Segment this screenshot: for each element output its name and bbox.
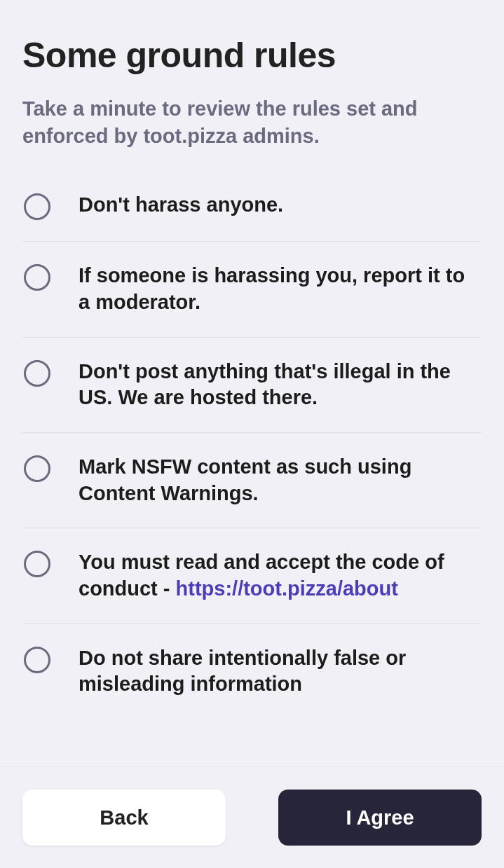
circle-icon xyxy=(24,647,50,673)
circle-icon xyxy=(24,264,50,291)
rule-item[interactable]: You must read and accept the code of con… xyxy=(22,528,482,624)
circle-icon xyxy=(24,193,50,220)
rule-text: If someone is harassing you, report it t… xyxy=(79,263,482,315)
rule-text: Mark NSFW content as such using Content … xyxy=(79,454,482,507)
circle-icon xyxy=(24,455,50,482)
page-subtitle: Take a minute to review the rules set an… xyxy=(22,95,482,150)
agree-button[interactable]: I Agree xyxy=(278,790,482,846)
code-of-conduct-link[interactable]: https://toot.pizza/about xyxy=(176,577,398,600)
page-title: Some ground rules xyxy=(22,35,482,76)
footer-bar: Back I Agree xyxy=(0,766,504,868)
back-button[interactable]: Back xyxy=(22,790,226,846)
rule-text: You must read and accept the code of con… xyxy=(79,549,482,602)
main-content: Some ground rules Take a minute to revie… xyxy=(0,0,504,719)
circle-icon xyxy=(24,551,50,577)
rule-text: Do not share intentionally false or misl… xyxy=(79,645,482,698)
rule-text: Don't post anything that's illegal in th… xyxy=(79,359,482,411)
rule-text: Don't harass anyone. xyxy=(79,192,482,219)
rules-list: Don't harass anyone. If someone is haras… xyxy=(22,178,482,719)
rule-item[interactable]: Mark NSFW content as such using Content … xyxy=(22,433,482,528)
rule-item[interactable]: Don't post anything that's illegal in th… xyxy=(22,338,482,433)
rule-item[interactable]: If someone is harassing you, report it t… xyxy=(22,242,482,337)
rule-item[interactable]: Don't harass anyone. xyxy=(22,178,482,242)
rule-item[interactable]: Do not share intentionally false or misl… xyxy=(22,624,482,719)
circle-icon xyxy=(24,360,50,387)
